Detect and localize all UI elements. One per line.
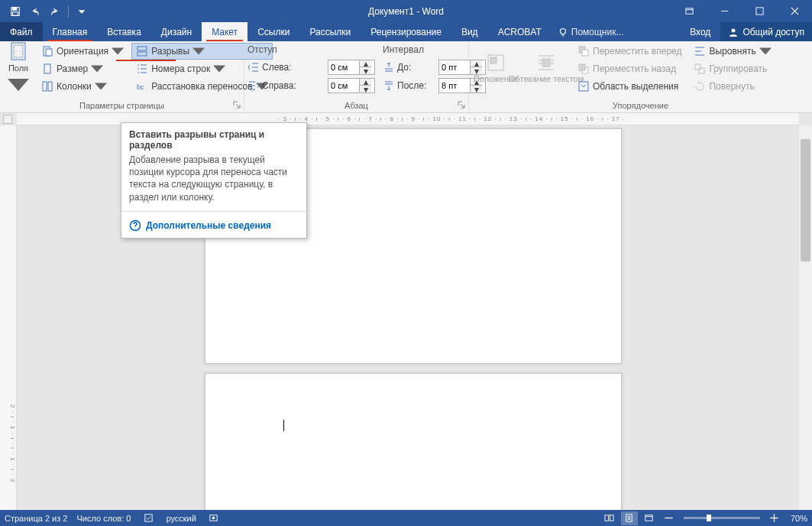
tab-home[interactable]: Главная <box>43 22 98 41</box>
svg-rect-16 <box>48 82 52 91</box>
title-bar: Документ1 - Word <box>0 0 812 22</box>
dialog-launcher[interactable] <box>457 100 466 109</box>
tab-layout[interactable]: Макет <box>202 22 247 41</box>
before-label: До: <box>397 62 411 73</box>
tooltip-help-link[interactable]: Дополнительные сведения <box>121 213 306 238</box>
right-label: Справа: <box>262 80 296 91</box>
zoom-slider-thumb[interactable] <box>707 515 711 521</box>
qat-customize-button[interactable] <box>73 2 91 21</box>
svg-rect-13 <box>46 49 52 56</box>
view-web-button[interactable] <box>641 511 658 525</box>
spin-down[interactable]: ▾ <box>360 86 371 93</box>
status-page[interactable]: Страница 2 из 2 <box>5 514 67 523</box>
tell-me-search[interactable]: Помощник... <box>552 22 630 41</box>
spin-down[interactable]: ▾ <box>360 67 371 74</box>
chevron-down-icon <box>95 80 107 93</box>
align-icon <box>694 45 706 57</box>
window-controls <box>671 0 812 22</box>
columns-icon <box>41 80 53 93</box>
align-button[interactable]: Выровнять <box>689 43 775 60</box>
svg-rect-34 <box>605 515 609 521</box>
rotate-button: Повернуть <box>689 78 775 95</box>
minimize-button[interactable] <box>707 0 742 22</box>
scrollbar-thumb[interactable] <box>801 139 810 261</box>
undo-button[interactable] <box>26 2 44 21</box>
svg-rect-5 <box>755 8 762 15</box>
svg-point-8 <box>560 28 565 34</box>
save-button[interactable] <box>6 2 24 21</box>
zoom-in-button[interactable] <box>766 511 783 525</box>
svg-rect-31 <box>145 515 152 521</box>
line-numbers-icon <box>136 63 148 75</box>
margins-icon <box>8 41 29 62</box>
indent-heading: Отступ <box>247 43 375 57</box>
zoom-slider[interactable] <box>684 517 760 519</box>
tab-acrobat[interactable]: ACROBAT <box>488 22 552 41</box>
chevron-down-icon <box>213 63 225 75</box>
chevron-down-icon <box>112 45 124 57</box>
indent-left-input[interactable]: ▴▾ <box>328 60 375 75</box>
tab-review[interactable]: Рецензирование <box>361 22 451 41</box>
ribbon: Поля Ориентация Размер Колонки <box>0 41 812 113</box>
group-button: Группировать <box>689 60 775 77</box>
selection-pane-button[interactable]: Область выделения <box>573 78 686 95</box>
spacing-after-icon <box>383 80 395 92</box>
ribbon-display-button[interactable] <box>671 0 707 22</box>
svg-rect-29 <box>699 68 704 73</box>
selection-pane-icon <box>577 80 590 93</box>
group-icon <box>694 63 706 75</box>
redo-button[interactable] <box>46 2 64 21</box>
person-icon <box>728 27 739 37</box>
status-words[interactable]: Число слов: 0 <box>76 514 131 523</box>
columns-button[interactable]: Колонки <box>37 78 128 95</box>
margins-button[interactable]: Поля <box>3 43 34 93</box>
tab-insert[interactable]: Вставка <box>97 22 151 41</box>
breaks-tooltip: Вставить разрывы страниц и разделов Доба… <box>121 122 307 239</box>
size-button[interactable]: Размер <box>37 60 128 77</box>
help-icon <box>129 219 141 232</box>
svg-rect-24 <box>582 50 588 56</box>
svg-rect-17 <box>137 47 147 50</box>
view-read-button[interactable] <box>601 511 618 525</box>
macro-record-button[interactable] <box>205 511 222 525</box>
wrap-text-button: Обтекание текстом <box>522 43 570 93</box>
zoom-level[interactable]: 70% <box>791 514 807 523</box>
view-print-button[interactable] <box>621 511 638 525</box>
position-button: Положение <box>472 43 519 93</box>
vertical-ruler[interactable]: 2 · ı · 1 · ı · ı · 1 · ı · 2 <box>0 125 17 510</box>
spacing-before-icon <box>383 61 395 73</box>
tab-file[interactable]: Файл <box>0 22 43 41</box>
tooltip-help-label: Дополнительные сведения <box>146 220 271 231</box>
tab-mailings[interactable]: Рассылки <box>299 22 361 41</box>
tooltip-title: Вставить разрывы страниц и разделов <box>121 123 306 154</box>
svg-text:bc: bc <box>137 83 144 91</box>
tab-view[interactable]: Вид <box>451 22 488 41</box>
svg-point-33 <box>212 517 215 519</box>
svg-point-9 <box>732 28 736 32</box>
close-button[interactable] <box>777 0 812 22</box>
document-title: Документ1 - Word <box>368 6 444 17</box>
svg-rect-21 <box>490 57 497 63</box>
share-button[interactable]: Общий доступ <box>720 22 812 41</box>
orientation-button[interactable]: Ориентация <box>37 43 128 60</box>
indent-right-input[interactable]: ▴▾ <box>328 78 375 93</box>
dialog-launcher[interactable] <box>232 100 241 109</box>
status-language[interactable]: русский <box>166 514 196 523</box>
spell-check-button[interactable] <box>140 511 157 525</box>
chevron-down-icon <box>192 45 205 57</box>
vertical-scrollbar[interactable] <box>799 125 812 510</box>
maximize-button[interactable] <box>742 0 777 22</box>
chevron-down-icon <box>759 45 772 57</box>
tab-design[interactable]: Дизайн <box>151 22 202 41</box>
page-2[interactable] <box>205 373 622 510</box>
zoom-out-button[interactable] <box>661 511 678 525</box>
indent-left-icon <box>247 61 260 73</box>
sign-in-button[interactable]: Вход <box>680 22 720 41</box>
group-page-setup: Поля Ориентация Размер Колонки <box>0 41 244 112</box>
ruler-corner[interactable] <box>3 115 12 124</box>
status-bar: Страница 2 из 2 Число слов: 0 русский 70… <box>0 510 812 526</box>
wrap-icon <box>536 53 556 73</box>
text-cursor <box>283 420 284 431</box>
tab-references[interactable]: Ссылки <box>247 22 299 41</box>
group-label: Абзац <box>244 101 468 110</box>
